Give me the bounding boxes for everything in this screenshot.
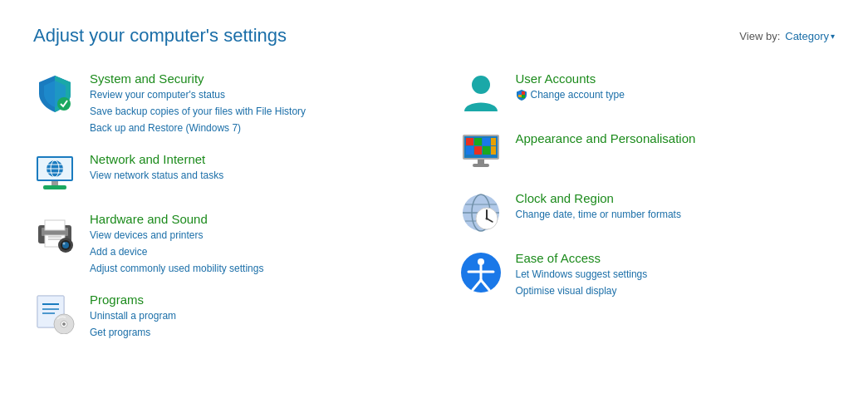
system-security-link-3[interactable]: Back up and Restore (Windows 7) bbox=[90, 120, 306, 135]
svg-rect-32 bbox=[518, 91, 522, 95]
network-link-1[interactable]: View network status and tasks bbox=[90, 168, 223, 183]
svg-point-28 bbox=[472, 76, 490, 94]
category-clock: Clock and Region Change date, time or nu… bbox=[459, 191, 836, 234]
ease-of-access-title[interactable]: Ease of Access bbox=[516, 251, 648, 265]
svg-point-54 bbox=[485, 218, 488, 220]
svg-rect-36 bbox=[474, 138, 482, 145]
svg-rect-39 bbox=[466, 146, 473, 155]
svg-rect-43 bbox=[478, 160, 484, 164]
page-title: Adjust your computer's settings bbox=[33, 25, 287, 47]
programs-icon bbox=[33, 293, 76, 336]
programs-text: Programs Uninstall a program Get program… bbox=[90, 293, 176, 340]
appearance-text: Appearance and Personalisation bbox=[516, 131, 696, 145]
category-user-accounts: User Accounts Change account type bbox=[459, 71, 836, 115]
hardware-text: Hardware and Sound View devices and prin… bbox=[90, 212, 263, 276]
chevron-down-icon: ▾ bbox=[831, 32, 835, 41]
category-system-security: System and Security Review your computer… bbox=[33, 71, 409, 135]
svg-rect-41 bbox=[483, 146, 490, 155]
clock-link-1[interactable]: Change date, time or number formats bbox=[516, 207, 681, 222]
ease-of-access-text: Ease of Access Let Windows suggest setti… bbox=[516, 251, 648, 298]
view-by-control: View by: Category ▾ bbox=[739, 30, 835, 42]
shield-color-icon bbox=[516, 89, 527, 101]
category-appearance: Appearance and Personalisation bbox=[459, 131, 836, 175]
network-title[interactable]: Network and Internet bbox=[90, 152, 223, 166]
svg-rect-30 bbox=[522, 91, 525, 95]
svg-rect-9 bbox=[43, 185, 66, 189]
clock-text: Clock and Region Change date, time or nu… bbox=[516, 191, 681, 222]
ease-of-access-link-2[interactable]: Optimise visual display bbox=[516, 283, 648, 298]
svg-rect-31 bbox=[522, 95, 525, 98]
system-security-title[interactable]: System and Security bbox=[90, 71, 306, 86]
system-security-icon bbox=[33, 71, 76, 115]
user-accounts-title[interactable]: User Accounts bbox=[516, 71, 625, 86]
system-security-text: System and Security Review your computer… bbox=[90, 71, 306, 135]
system-security-link-2[interactable]: Save backup copies of your files with Fi… bbox=[90, 104, 306, 119]
programs-link-2[interactable]: Get programs bbox=[90, 325, 176, 340]
right-column: User Accounts Change account type bbox=[459, 71, 836, 340]
svg-rect-42 bbox=[491, 146, 496, 155]
view-by-dropdown[interactable]: Category ▾ bbox=[785, 30, 835, 42]
hardware-icon bbox=[33, 212, 76, 255]
hardware-link-3[interactable]: Adjust commonly used mobility settings bbox=[90, 261, 263, 276]
svg-rect-37 bbox=[483, 138, 490, 145]
programs-title[interactable]: Programs bbox=[90, 293, 176, 307]
view-by-value-text: Category bbox=[785, 30, 829, 42]
view-by-label: View by: bbox=[739, 30, 780, 42]
user-accounts-link-1[interactable]: Change account type bbox=[516, 87, 625, 102]
network-text: Network and Internet View network status… bbox=[90, 152, 223, 183]
svg-point-27 bbox=[62, 322, 66, 326]
user-accounts-text: User Accounts Change account type bbox=[516, 71, 625, 102]
ease-of-access-link-1[interactable]: Let Windows suggest settings bbox=[516, 267, 648, 282]
svg-rect-44 bbox=[473, 164, 489, 167]
svg-rect-35 bbox=[466, 138, 473, 145]
category-programs: Programs Uninstall a program Get program… bbox=[33, 293, 409, 340]
category-ease-of-access: Ease of Access Let Windows suggest setti… bbox=[459, 251, 836, 298]
hardware-link-2[interactable]: Add a device bbox=[90, 244, 263, 259]
svg-rect-40 bbox=[474, 146, 482, 155]
left-column: System and Security Review your computer… bbox=[33, 71, 409, 340]
network-icon bbox=[33, 152, 76, 195]
svg-point-19 bbox=[63, 243, 66, 245]
category-hardware: Hardware and Sound View devices and prin… bbox=[33, 212, 409, 276]
appearance-title[interactable]: Appearance and Personalisation bbox=[516, 131, 696, 145]
programs-link-1[interactable]: Uninstall a program bbox=[90, 308, 176, 323]
appearance-icon bbox=[459, 131, 503, 175]
ease-of-access-icon bbox=[459, 251, 503, 294]
system-security-link-1[interactable]: Review your computer's status bbox=[90, 87, 306, 102]
category-network: Network and Internet View network status… bbox=[33, 152, 409, 195]
svg-rect-12 bbox=[45, 220, 65, 230]
svg-rect-38 bbox=[491, 138, 496, 145]
hardware-link-1[interactable]: View devices and printers bbox=[90, 228, 263, 243]
user-accounts-icon bbox=[459, 71, 503, 115]
clock-title[interactable]: Clock and Region bbox=[516, 191, 681, 205]
svg-rect-8 bbox=[51, 181, 58, 185]
clock-icon bbox=[459, 191, 503, 234]
hardware-title[interactable]: Hardware and Sound bbox=[90, 212, 263, 226]
